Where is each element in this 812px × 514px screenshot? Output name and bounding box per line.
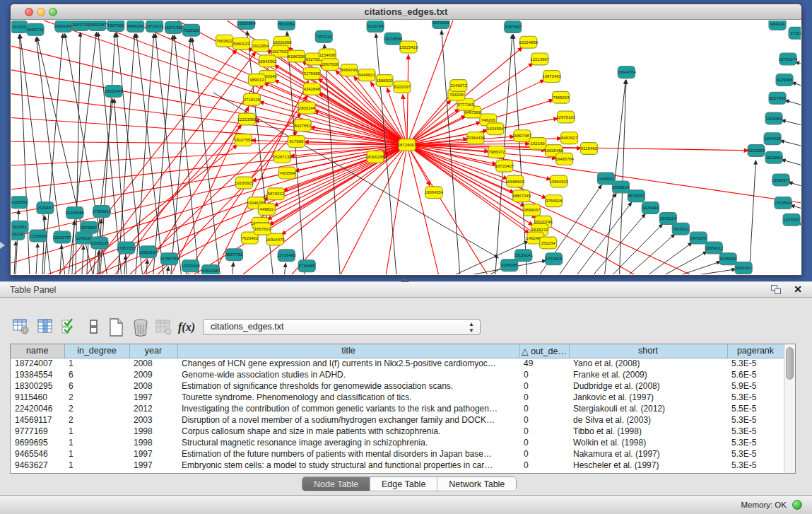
graph-node[interactable]: 1107533	[783, 214, 800, 226]
column-header-title[interactable]: title	[177, 344, 519, 358]
graph-node[interactable]: 5878332	[267, 188, 284, 200]
graph-node[interactable]: 1657819	[254, 223, 271, 235]
delete-column-button[interactable]	[132, 318, 149, 337]
graph-node[interactable]: 6679197	[628, 190, 645, 202]
graph-node[interactable]: 15267130	[273, 151, 292, 163]
graph-node[interactable]: 8391046	[202, 265, 219, 274]
graph-node[interactable]: 3175685	[303, 68, 320, 80]
network-graph[interactable]: 191939 9455724 20691406 2043719 10653287…	[11, 21, 801, 274]
graph-node[interactable]: 10653287	[88, 21, 107, 30]
graph-node[interactable]: 9245065	[501, 259, 518, 271]
graph-node[interactable]: 10688609	[505, 175, 524, 187]
graph-node[interactable]: 15592971	[772, 174, 791, 186]
graph-node[interactable]: 15716485	[277, 250, 296, 262]
tab-node-table[interactable]: Node Table	[302, 477, 370, 491]
graph-node[interactable]: 9455724	[27, 23, 44, 35]
graph-node[interactable]: 3912954	[252, 40, 269, 52]
graph-node[interactable]: 917008	[288, 136, 305, 148]
graph-node[interactable]: 989013	[248, 74, 265, 86]
graph-node[interactable]: 16671358	[164, 21, 183, 33]
graph-node[interactable]: 18300295	[366, 151, 385, 163]
row-height-button[interactable]	[86, 318, 102, 337]
graph-node[interactable]: 17957253	[117, 242, 136, 254]
graph-node[interactable]: 2867608	[322, 59, 339, 71]
table-options-button[interactable]	[13, 318, 30, 337]
graph-node[interactable]: 1244415	[764, 133, 781, 145]
table-row[interactable]: 969969511998Structural magnetic resonanc…	[11, 437, 784, 448]
graph-node[interactable]: 1527602	[107, 21, 124, 31]
node-table[interactable]: namein_degreeyeartitle△ out_de…shortpage…	[11, 344, 784, 471]
graph-node[interactable]: 12975103	[556, 111, 575, 123]
graph-node[interactable]: 9756928	[546, 195, 563, 207]
graph-node[interactable]: 252234	[540, 237, 557, 249]
graph-node[interactable]: 5938924	[612, 181, 629, 193]
column-header-out_de[interactable]: △ out_de…	[519, 344, 569, 358]
column-header-in_degree[interactable]: in_degree	[64, 344, 129, 358]
table-row[interactable]: 946554611997Estimation of the future num…	[11, 448, 784, 460]
graph-node[interactable]: 8391041	[735, 262, 752, 274]
network-canvas[interactable]: 191939 9455724 20691406 2043719 10653287…	[11, 21, 801, 274]
graph-node[interactable]: 7453594	[278, 167, 295, 179]
graph-node[interactable]: 18543362	[258, 55, 277, 67]
tab-network-table[interactable]: Network Table	[437, 477, 516, 491]
graph-node[interactable]: 8454749	[341, 64, 358, 76]
graph-node[interactable]: 12213369	[237, 113, 257, 125]
column-header-year[interactable]: year	[129, 344, 177, 358]
graph-node[interactable]: 162160	[529, 138, 546, 150]
graph-node[interactable]: 7632621	[672, 223, 689, 235]
graph-node[interactable]: 15136141	[514, 250, 533, 262]
graph-node[interactable]: 16154838	[519, 36, 538, 48]
graph-node[interactable]: 19166825	[235, 177, 254, 189]
panel-splitter-handle[interactable]	[401, 278, 409, 282]
graph-node[interactable]: 12505135	[90, 237, 109, 249]
graph-node[interactable]: 10958167	[139, 246, 158, 258]
graph-node[interactable]: 5960123	[233, 37, 249, 49]
graph-node[interactable]: 18807249	[512, 190, 531, 202]
table-scrollbar-thumb[interactable]	[786, 347, 794, 380]
graph-node[interactable]: 8427552	[294, 119, 311, 132]
graph-node[interactable]: 9474444	[642, 202, 659, 214]
graph-node[interactable]: 1624554	[487, 123, 504, 135]
graph-node[interactable]: 8186328	[288, 50, 305, 62]
column-checks-button[interactable]	[61, 318, 78, 337]
graph-node[interactable]: 19384554	[425, 187, 444, 199]
graph-node[interactable]: 9242848	[303, 83, 320, 95]
table-row[interactable]: 1938455462009Genome-wide association stu…	[11, 369, 784, 380]
graph-node[interactable]: 13654923	[549, 175, 568, 187]
window-titlebar[interactable]: citations_edges.txt	[11, 4, 801, 20]
graph-node[interactable]: 8813054	[278, 21, 295, 30]
graph-node[interactable]: 984124	[769, 21, 786, 30]
graph-node[interactable]: 449822	[258, 204, 275, 216]
graph-node[interactable]: 2884067	[524, 204, 541, 216]
table-row[interactable]: 1830029562008Estimation of significance …	[11, 380, 784, 392]
graph-node[interactable]: 1209382	[765, 112, 782, 124]
graph-node[interactable]: 9129966	[776, 74, 793, 86]
graph-node[interactable]: 10654112	[705, 242, 724, 254]
graph-node[interactable]: 20691406	[54, 21, 73, 32]
table-row[interactable]: 977716911998Corpus callosum shape and si…	[11, 426, 784, 437]
graph-node[interactable]: 16914479	[266, 233, 285, 245]
graph-node[interactable]: 2803144	[298, 102, 315, 114]
graph-node[interactable]: 7515526	[183, 24, 200, 36]
graph-node[interactable]: 7485063	[553, 91, 570, 103]
graph-node[interactable]: 8322037	[394, 81, 411, 93]
graph-node[interactable]: 2043719	[72, 21, 89, 30]
graph-node[interactable]: 18720407	[495, 160, 514, 172]
graph-node[interactable]: 20053346	[104, 85, 123, 97]
graph-node[interactable]: 12942757	[53, 231, 72, 243]
graph-node[interactable]: 2146072	[450, 80, 467, 92]
table-row[interactable]: 2242004622012Investigating the contribut…	[11, 403, 784, 414]
graph-node[interactable]: 9227343	[769, 92, 786, 104]
graph-node[interactable]: 8215953	[748, 145, 765, 157]
table-source-select[interactable]: citations_edges.txt ▲▼	[203, 319, 481, 335]
graph-node[interactable]: 5972329	[433, 21, 449, 28]
graph-node[interactable]: 1409541	[598, 173, 615, 185]
graph-node[interactable]: 17016504	[774, 197, 793, 209]
graph-node[interactable]: 9115460	[581, 143, 598, 155]
graph-node[interactable]: 7986372	[488, 146, 505, 158]
graph-node[interactable]: 16033809	[237, 21, 256, 29]
column-header-pagerank[interactable]: pagerank	[727, 344, 784, 358]
table-row[interactable]: 946362711997Embryonic stem cells: a mode…	[11, 460, 784, 471]
table-row[interactable]: 1456911722003Disruption of a novel membe…	[11, 414, 784, 426]
graph-node[interactable]: 5716485	[298, 260, 315, 272]
